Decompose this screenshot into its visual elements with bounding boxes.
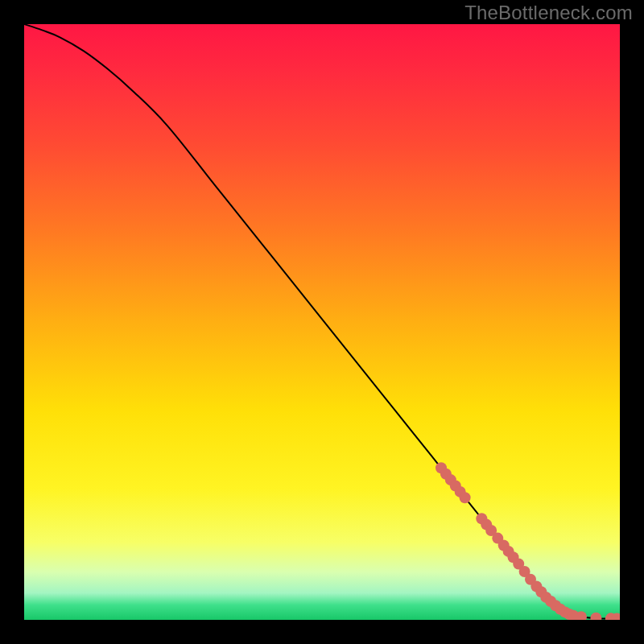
highlight-dot bbox=[460, 492, 471, 503]
chart-svg bbox=[24, 24, 620, 620]
watermark-text: TheBottleneck.com bbox=[464, 2, 633, 24]
chart-frame: TheBottleneck.com bbox=[0, 0, 644, 644]
plot-area bbox=[24, 24, 620, 620]
gradient-background bbox=[24, 24, 620, 620]
